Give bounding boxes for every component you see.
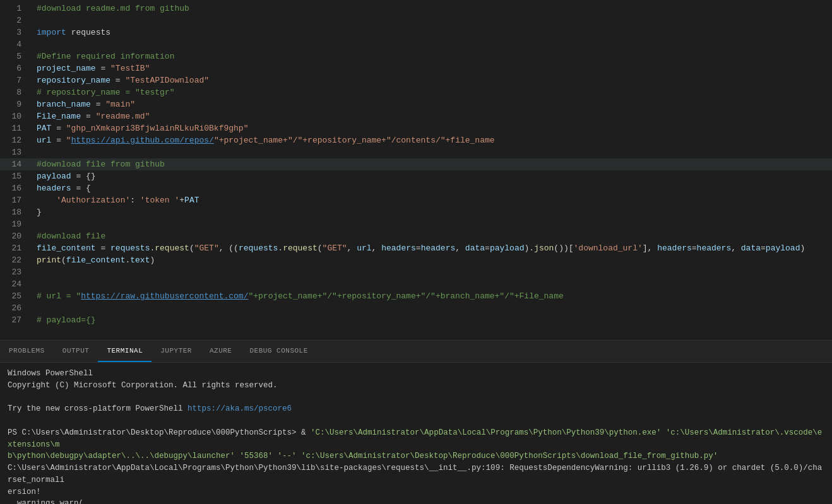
code-line-12: 12 url = "https://api.github.com/repos/"…: [0, 134, 832, 146]
code-line-15: 15 payload = {}: [0, 170, 832, 182]
line-content-14: #download file from github: [32, 160, 832, 169]
code-line-14: 14 #download file from github: [0, 158, 832, 170]
code-line-25: 25 # url = "https://raw.githubuserconten…: [0, 290, 832, 302]
line-content-25: # url = "https://raw.githubusercontent.c…: [32, 291, 832, 301]
line-content-12: url = "https://api.github.com/repos/"+pr…: [32, 136, 832, 145]
terminal-content[interactable]: Windows PowerShell Copyright (C) Microso…: [0, 363, 832, 504]
line-num-27: 27: [0, 315, 32, 325]
line-num-24: 24: [0, 279, 32, 289]
terminal-line-blank2: [8, 415, 824, 427]
line-content-3: import requests: [32, 28, 832, 37]
line-content-15: payload = {}: [32, 172, 832, 181]
code-line-1: 1 #download readme.md from github: [0, 3, 832, 15]
code-line-24: 24 Follow link (ctrl + click): [0, 278, 832, 290]
terminal-line-ersion: ersion!: [8, 486, 824, 498]
code-line-11: 11 PAT = "ghp_nXmkapri3BfjwlainRLkuRi0Bk…: [0, 122, 832, 134]
line-content-22: print(file_content.text): [32, 255, 832, 265]
code-line-13: 13: [0, 146, 832, 158]
terminal-line-copyright: Copyright (C) Microsoft Corporation. All…: [8, 380, 824, 392]
code-line-16: 16 headers = {: [0, 182, 832, 194]
line-num-16: 16: [0, 184, 32, 193]
line-num-4: 4: [0, 40, 32, 49]
line-num-26: 26: [0, 303, 32, 313]
line-num-21: 21: [0, 243, 32, 253]
code-line-26: 26: [0, 302, 832, 314]
tab-jupyter[interactable]: JUPYTER: [152, 341, 201, 362]
line-num-15: 15: [0, 172, 32, 181]
line-num-1: 1: [0, 4, 32, 13]
tab-terminal[interactable]: TERMINAL: [98, 341, 152, 362]
code-line-27: 27 # payload={}: [0, 314, 832, 326]
code-line-21: 21 file_content = requests.request("GET"…: [0, 242, 832, 254]
line-content-7: repository_name = "TestAPIDownload": [32, 76, 832, 85]
code-line-10: 10 File_name = "readme.md": [0, 110, 832, 122]
code-line-22: 22 print(file_content.text): [0, 254, 832, 266]
terminal-line-cmd1: PS C:\Users\Administrator\Desktop\Reprod…: [8, 427, 824, 451]
tab-azure[interactable]: AZURE: [201, 341, 241, 362]
line-num-5: 5: [0, 52, 32, 61]
code-line-9: 9 branch_name = "main": [0, 98, 832, 110]
line-num-7: 7: [0, 76, 32, 85]
line-content-11: PAT = "ghp_nXmkapri3BfjwlainRLkuRi0Bkf9g…: [32, 124, 832, 133]
code-line-4: 4: [0, 38, 832, 50]
line-num-9: 9: [0, 100, 32, 109]
code-line-7: 7 repository_name = "TestAPIDownload": [0, 74, 832, 86]
tab-debug-console[interactable]: DEBUG CONSOLE: [241, 341, 316, 362]
line-num-11: 11: [0, 124, 32, 133]
line-content-1: #download readme.md from github: [32, 4, 832, 13]
line-num-10: 10: [0, 112, 32, 121]
terminal-line-warning: C:\Users\Administrator\AppData\Local\Pro…: [8, 462, 824, 486]
code-line-19: 19: [0, 218, 832, 230]
line-num-22: 22: [0, 255, 32, 265]
line-num-17: 17: [0, 196, 32, 205]
line-num-2: 2: [0, 16, 32, 25]
panel-area: PROBLEMS OUTPUT TERMINAL JUPYTER AZURE D…: [0, 340, 832, 504]
line-content-6: project_name = "TestIB": [32, 64, 832, 73]
tab-output[interactable]: OUTPUT: [54, 341, 98, 362]
tab-problems[interactable]: PROBLEMS: [0, 341, 54, 362]
line-num-19: 19: [0, 220, 32, 229]
line-num-13: 13: [0, 148, 32, 157]
code-line-20: 20 #download file: [0, 230, 832, 242]
line-num-12: 12: [0, 136, 32, 145]
code-lines: 1 #download readme.md from github 2 3 im…: [0, 0, 832, 329]
line-content-17: 'Authorization': 'token '+PAT: [32, 196, 832, 205]
terminal-line-cmd2: b\python\debugpy\adapter\..\..\debugpy\l…: [8, 450, 824, 462]
code-line-2: 2: [0, 15, 832, 26]
line-content-8: # repository_name = "testgr": [32, 88, 832, 97]
terminal-line-blank1: [8, 392, 824, 404]
panel-tabs: PROBLEMS OUTPUT TERMINAL JUPYTER AZURE D…: [0, 341, 832, 363]
line-content-5: #Define required information: [32, 52, 832, 61]
line-content-27: # payload={}: [32, 315, 832, 325]
line-num-14: 14: [0, 160, 32, 169]
line-num-3: 3: [0, 28, 32, 37]
line-num-8: 8: [0, 88, 32, 97]
code-line-5: 5 #Define required information: [0, 50, 832, 62]
code-line-17: 17 'Authorization': 'token '+PAT: [0, 194, 832, 206]
line-num-20: 20: [0, 231, 32, 241]
code-container: 1 #download readme.md from github 2 3 im…: [0, 0, 832, 340]
code-line-23: 23: [0, 266, 832, 278]
line-num-6: 6: [0, 64, 32, 73]
line-content-18: }: [32, 208, 832, 217]
line-num-23: 23: [0, 267, 32, 277]
line-content-9: branch_name = "main": [32, 100, 832, 109]
line-num-25: 25: [0, 291, 32, 301]
terminal-line-pscore: Try the new cross-platform PowerShell ht…: [8, 403, 824, 415]
code-line-3: 3 import requests: [0, 26, 832, 38]
code-line-6: 6 project_name = "TestIB": [0, 62, 832, 74]
line-content-10: File_name = "readme.md": [32, 112, 832, 121]
code-line-18: 18 }: [0, 206, 832, 218]
line-num-18: 18: [0, 208, 32, 217]
editor-area: 1 #download readme.md from github 2 3 im…: [0, 0, 832, 340]
line-content-21: file_content = requests.request("GET", (…: [32, 243, 832, 253]
line-content-20: #download file: [32, 231, 832, 241]
line-content-16: headers = {: [32, 184, 832, 193]
terminal-line-powershell: Windows PowerShell: [8, 368, 824, 380]
terminal-line-warnings: warnings.warn(: [8, 498, 824, 504]
code-line-8: 8 # repository_name = "testgr": [0, 86, 832, 98]
